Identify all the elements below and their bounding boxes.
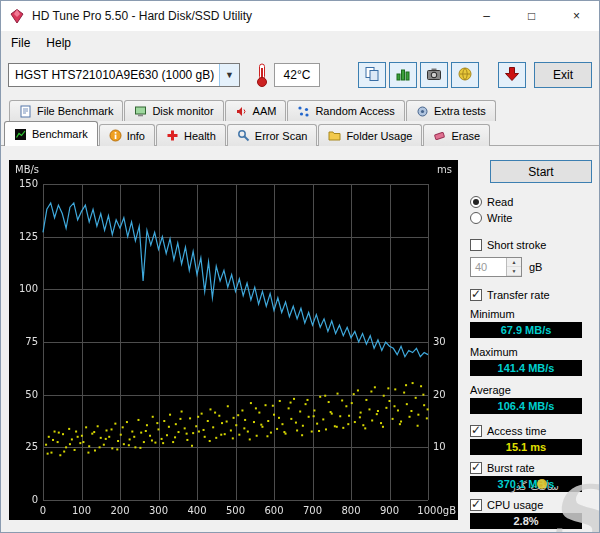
random-access-icon — [297, 105, 310, 118]
chevron-down-icon[interactable]: ▼ — [219, 64, 239, 86]
tab-info[interactable]: Info — [99, 124, 155, 146]
menu-file[interactable]: File — [3, 33, 38, 53]
app-icon — [9, 8, 25, 24]
maximum-value: 141.4 MB/s — [470, 360, 582, 376]
spinner-buttons: ▲ ▼ — [506, 258, 521, 276]
menu-help[interactable]: Help — [38, 33, 79, 53]
toolbar: HGST HTS721010A9E630 (1000 gB) ▼ 42°C E — [1, 54, 599, 96]
minimize-button[interactable]: – — [464, 1, 509, 31]
erase-icon — [433, 129, 446, 142]
tab-row-front: Benchmark Info Health Error Scan Folder … — [4, 121, 599, 146]
save-icon — [457, 66, 473, 85]
cpu-usage-value: 2.8% — [470, 513, 582, 529]
toolbar-buttons — [358, 62, 526, 88]
short-stroke-unit-label: gB — [529, 261, 542, 273]
drive-select[interactable]: HGST HTS721010A9E630 (1000 gB) ▼ — [8, 63, 240, 87]
cpu-usage-label: CPU usage — [487, 499, 543, 511]
short-stroke-label: Short stroke — [487, 239, 546, 251]
benchmark-icon — [14, 128, 27, 141]
read-radio[interactable]: Read — [470, 196, 594, 208]
short-stroke-checkbox[interactable]: Short stroke — [470, 239, 594, 251]
screenshot-button[interactable] — [420, 62, 448, 88]
cpu-usage-checkbox-box — [470, 499, 482, 511]
tab-random-access[interactable]: Random Access — [287, 100, 404, 121]
tab-erase[interactable]: Erase — [423, 124, 490, 146]
burst-rate-checkbox[interactable]: Burst rate — [470, 462, 594, 474]
tab-benchmark[interactable]: Benchmark — [4, 121, 98, 146]
graph-icon — [395, 66, 411, 85]
short-stroke-size: 40 ▲ ▼ gB — [470, 257, 594, 277]
exit-button[interactable]: Exit — [534, 62, 592, 88]
access-time-checkbox-box — [470, 425, 482, 437]
graph-view-button[interactable] — [389, 62, 417, 88]
cpu-usage-checkbox[interactable]: CPU usage — [470, 499, 594, 511]
temperature-value: 42°C — [274, 63, 320, 87]
maximize-button[interactable]: □ — [509, 1, 554, 31]
copy-button[interactable] — [358, 62, 386, 88]
access-time-value: 15.1 ms — [470, 439, 582, 455]
burst-rate-checkbox-box — [470, 462, 482, 474]
control-panel: Start Read Write Short stroke 40 ▲ ▼ — [466, 160, 594, 529]
file-benchmark-icon — [19, 105, 32, 118]
read-radio-circle — [470, 196, 482, 208]
access-time-checkbox[interactable]: Access time — [470, 425, 594, 437]
aam-icon — [235, 105, 248, 118]
maximum-label: Maximum — [470, 346, 594, 358]
spin-up-button[interactable]: ▲ — [507, 258, 521, 267]
extra-tests-icon — [416, 105, 429, 118]
tab-error-scan[interactable]: Error Scan — [227, 124, 318, 146]
transfer-rate-checkbox[interactable]: Transfer rate — [470, 289, 594, 301]
minimum-label: Minimum — [470, 308, 594, 320]
window-controls: – □ × — [464, 1, 599, 31]
write-radio-circle — [470, 212, 482, 224]
read-radio-label: Read — [487, 196, 513, 208]
tab-disk-monitor[interactable]: Disk monitor — [124, 100, 223, 121]
health-icon — [166, 129, 179, 142]
benchmark-page: Start Read Write Short stroke 40 ▲ ▼ — [1, 145, 599, 533]
info-icon — [109, 129, 122, 142]
short-stroke-value: 40 — [471, 261, 506, 273]
minimum-value: 67.9 MB/s — [470, 322, 582, 338]
tab-strip: File Benchmark Disk monitor AAM Random A… — [1, 96, 599, 146]
write-radio-label: Write — [487, 212, 512, 224]
burst-rate-value: 370.1 MB/s — [470, 476, 582, 492]
benchmark-chart — [9, 160, 458, 520]
copy-icon — [364, 66, 380, 85]
access-time-label: Access time — [487, 425, 546, 437]
tab-health[interactable]: Health — [156, 124, 226, 146]
save-results-button[interactable] — [451, 62, 479, 88]
transfer-rate-label: Transfer rate — [487, 289, 550, 301]
disk-monitor-icon — [134, 105, 147, 118]
tab-folder-usage[interactable]: Folder Usage — [318, 124, 422, 146]
write-radio[interactable]: Write — [470, 212, 594, 224]
short-stroke-checkbox-box — [470, 239, 482, 251]
folder-usage-icon — [328, 129, 341, 142]
title-bar: HD Tune Pro 5.50 - Hard Disk/SSD Utility… — [1, 1, 599, 31]
tab-aam[interactable]: AAM — [225, 100, 287, 121]
temperature-icon — [252, 61, 272, 89]
short-stroke-value-input[interactable]: 40 ▲ ▼ — [470, 257, 522, 277]
close-button[interactable]: × — [554, 1, 599, 31]
menu-bar: File Help — [1, 31, 599, 54]
window-title: HD Tune Pro 5.50 - Hard Disk/SSD Utility — [32, 9, 252, 23]
transfer-rate-checkbox-box — [470, 289, 482, 301]
drive-select-value: HGST HTS721010A9E630 (1000 gB) — [15, 68, 214, 82]
start-button[interactable]: Start — [490, 160, 592, 183]
download-button[interactable] — [498, 62, 526, 88]
camera-icon — [426, 66, 442, 85]
spin-down-button[interactable]: ▼ — [507, 267, 521, 276]
average-value: 106.4 MB/s — [470, 398, 582, 414]
average-label: Average — [470, 384, 594, 396]
error-scan-icon — [237, 129, 250, 142]
download-icon — [504, 66, 520, 85]
tab-row-back: File Benchmark Disk monitor AAM Random A… — [9, 99, 599, 121]
tab-extra-tests[interactable]: Extra tests — [406, 100, 496, 121]
tab-file-benchmark[interactable]: File Benchmark — [9, 100, 123, 121]
app-window: HD Tune Pro 5.50 - Hard Disk/SSD Utility… — [0, 0, 600, 533]
burst-rate-label: Burst rate — [487, 462, 535, 474]
